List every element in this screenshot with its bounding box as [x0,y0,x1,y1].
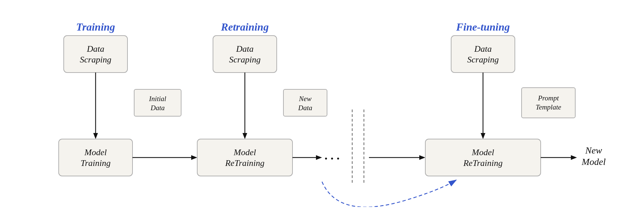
model-retraining-box [197,139,292,176]
retraining-scraping-box [213,36,277,73]
finetuning-label: Fine-tuning [456,21,510,33]
prompt-template-text1: Prompt [538,94,559,102]
prompt-template-box [522,88,575,118]
retraining-scraping-text1: Data [236,44,254,54]
model-retraining-text1: Model [233,147,256,157]
finetuning-scraping-text2: Scraping [467,55,499,64]
initial-data-text2: Data [150,104,165,112]
to-new-model-arrow [571,155,577,160]
initial-data-text1: Initial [149,95,166,103]
curved-blue-arrow [322,180,456,207]
dots-to-finetuning-arrow [419,155,425,160]
training-to-retraining-arrow [191,155,197,160]
new-data-text1: New [299,95,311,103]
new-model-text2: Model [581,157,606,167]
finetuning-scraping-text1: Data [474,44,492,54]
prompt-template-text2: Template [536,103,561,111]
new-data-text2: Data [298,104,312,112]
retraining-down-arrow [243,133,247,139]
diagram-container: Training Data Scraping Initial Data Mode… [37,12,607,207]
finetuning-retraining-box [425,139,541,176]
finetuning-down-arrow [481,133,485,139]
model-retraining-text2: ReTraining [225,158,264,168]
training-down-arrow [93,133,98,139]
finetuning-scraping-box [451,36,515,73]
model-training-box [59,139,132,176]
model-training-text2: Training [80,158,111,168]
training-label: Training [76,21,115,33]
retraining-to-dots-arrow [316,155,322,160]
training-scraping-box [64,36,127,73]
new-data-box [283,89,327,116]
finetuning-retraining-text2: ReTraining [463,158,502,168]
initial-data-box [134,89,181,116]
retraining-label: Retraining [221,21,269,33]
retraining-scraping-text2: Scraping [229,55,261,64]
dots-text: · · · [325,152,340,165]
new-model-text1: New [585,145,602,156]
training-scraping-text: Data [87,44,104,54]
finetuning-retraining-text1: Model [472,147,494,157]
model-training-text1: Model [84,147,107,157]
training-scraping-text2: Scraping [80,55,111,64]
